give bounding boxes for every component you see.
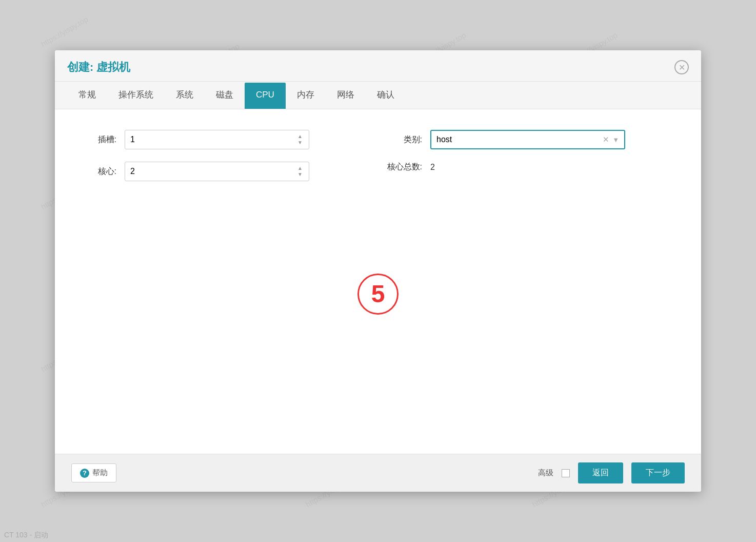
core-arrows: ▲ ▼ [296,166,304,177]
advanced-checkbox[interactable] [562,469,570,477]
advanced-label: 高级 [538,468,553,478]
total-cores-row: 核心总数: 2 [381,162,625,172]
total-cores-value: 2 [430,163,435,172]
slot-label: 插槽: [75,134,116,145]
close-icon: ✕ [679,63,685,72]
annotation-number: 5 [371,280,385,308]
help-label: 帮助 [92,468,108,478]
tab-neicun[interactable]: 内存 [286,82,326,109]
footer-right: 高级 返回 下一步 [538,462,685,483]
combo-clear-icon[interactable]: ✕ [600,135,612,144]
tab-cpu[interactable]: CPU [245,83,286,109]
core-label: 核心: [75,166,116,177]
slot-arrows: ▲ ▼ [296,134,304,145]
next-button[interactable]: 下一步 [631,462,685,483]
tab-cipan[interactable]: 磁盘 [205,82,245,109]
bg-footer-text: CT 103 - 启动 [0,529,52,542]
dialog-content: 插槽: ▲ ▼ 核心: ▲ [55,109,701,454]
tab-queren[interactable]: 确认 [366,82,406,109]
core-row: 核心: ▲ ▼ [75,162,309,181]
slot-spinbox[interactable]: ▲ ▼ [125,130,309,149]
category-input[interactable] [436,135,600,144]
slot-row: 插槽: ▲ ▼ [75,130,309,149]
annotation-circle-5: 5 [357,274,399,315]
core-input[interactable] [130,167,292,176]
core-spinbox[interactable]: ▲ ▼ [125,162,309,181]
tab-changgui[interactable]: 常规 [67,82,107,109]
tabs-bar: 常规 操作系统 系统 磁盘 CPU 内存 网络 确认 [55,82,701,109]
footer-left: ? 帮助 [71,463,116,482]
dialog-footer: ? 帮助 高级 返回 下一步 [55,454,701,492]
tab-xitong[interactable]: 系统 [165,82,205,109]
core-arrow-up[interactable]: ▲ [296,166,304,171]
total-cores-label: 核心总数: [381,162,422,172]
category-row: 类别: ✕ ▼ [381,130,625,149]
help-button[interactable]: ? 帮助 [71,463,116,482]
slot-arrow-down[interactable]: ▼ [296,140,304,145]
create-vm-dialog: 创建: 虚拟机 ✕ 常规 操作系统 系统 磁盘 CPU 内存 网络 确认 插槽: [55,50,701,492]
category-label: 类别: [381,134,422,145]
combo-arrow-icon[interactable]: ▼ [612,136,619,144]
tab-caozuoxitong[interactable]: 操作系统 [107,82,165,109]
help-icon: ? [80,469,89,478]
close-button[interactable]: ✕ [674,60,689,74]
category-combo[interactable]: ✕ ▼ [430,130,625,149]
slot-arrow-up[interactable]: ▲ [296,134,304,139]
slot-input[interactable] [130,135,292,144]
dialog-titlebar: 创建: 虚拟机 ✕ [55,50,701,82]
tab-wangluo[interactable]: 网络 [326,82,366,109]
return-button[interactable]: 返回 [578,462,623,483]
core-arrow-down[interactable]: ▼ [296,172,304,177]
dialog-title: 创建: 虚拟机 [67,60,130,75]
